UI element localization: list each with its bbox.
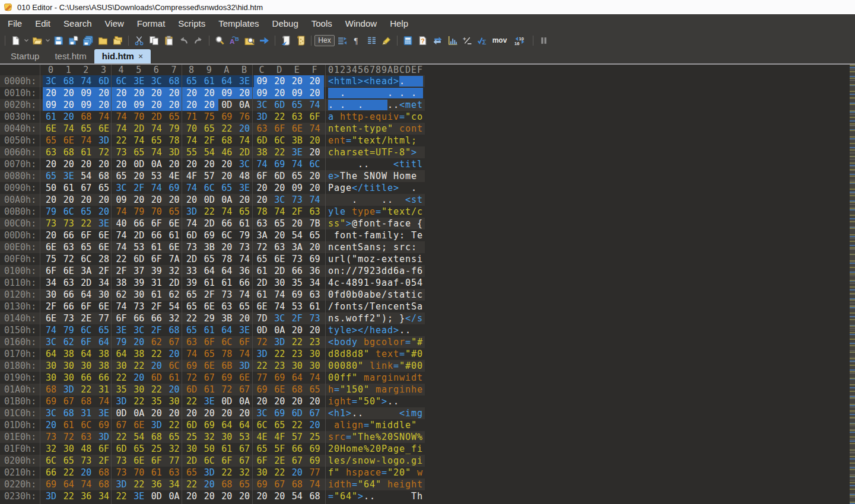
hex-byte[interactable]: 34 <box>306 277 324 289</box>
hex-byte[interactable]: 2E <box>78 312 96 324</box>
hex-byte[interactable]: 22 <box>148 384 166 395</box>
hex-byte[interactable]: 74 <box>183 218 201 229</box>
hex-byte[interactable]: 74 <box>236 253 254 265</box>
ascii-text[interactable]: 0fd0b0abe/static <box>328 289 423 301</box>
hex-byte[interactable]: 66 <box>148 229 166 241</box>
hex-byte[interactable]: 3C <box>113 182 131 194</box>
hex-byte[interactable]: 75 <box>43 253 61 265</box>
hex-byte[interactable]: 20 <box>78 158 96 170</box>
hex-byte[interactable]: 20 <box>236 490 254 502</box>
hex-byte[interactable]: 69 <box>183 360 201 372</box>
hex-byte[interactable]: 30 <box>61 372 78 384</box>
hex-byte[interactable]: 09 <box>113 194 131 206</box>
menu-item-edit[interactable]: Edit <box>28 16 57 31</box>
ascii-text[interactable]: <body bgcolor="# <box>328 336 423 348</box>
hex-byte[interactable]: 61 <box>201 324 219 336</box>
hex-byte[interactable]: 2E <box>271 455 289 467</box>
hex-byte[interactable]: 67 <box>236 384 254 395</box>
hex-byte[interactable]: 74 <box>43 324 61 336</box>
hex-byte[interactable]: 57 <box>289 431 307 443</box>
hex-byte[interactable]: 64 <box>78 289 96 301</box>
hex-byte[interactable]: 20 <box>183 194 201 206</box>
edit-as-button[interactable] <box>335 33 349 47</box>
hex-byte[interactable]: 78 <box>218 253 236 265</box>
menu-item-format[interactable]: Format <box>131 16 172 31</box>
hex-byte[interactable]: 79 <box>166 123 183 135</box>
hex-byte[interactable]: 61 <box>166 229 183 241</box>
hex-byte[interactable]: 74 <box>113 111 131 123</box>
hex-byte[interactable]: 68 <box>218 135 236 146</box>
hex-byte[interactable]: 09 <box>289 182 307 194</box>
hex-byte[interactable]: 30 <box>43 360 61 372</box>
hex-byte[interactable]: 65 <box>78 123 96 135</box>
ascii-text[interactable]: src="The%20SNOW% <box>328 431 423 443</box>
hex-byte[interactable]: 74 <box>218 206 236 218</box>
hex-byte[interactable]: 6D <box>113 443 131 455</box>
hex-byte[interactable]: 20 <box>113 158 131 170</box>
hex-byte[interactable]: 22 <box>113 372 131 384</box>
hex-byte[interactable]: 6F <box>306 111 324 123</box>
hex-byte[interactable]: 6D <box>271 170 289 182</box>
hex-byte[interactable]: 6F <box>201 336 219 348</box>
hex-byte[interactable]: 2F <box>96 455 113 467</box>
ascii-text[interactable]: f" hspace="20" w <box>328 467 423 479</box>
hex-byte[interactable]: 74 <box>236 348 254 360</box>
hex-byte[interactable]: 67 <box>271 479 289 490</box>
hex-byte[interactable]: 20 <box>306 241 324 253</box>
paste-button[interactable] <box>161 33 176 47</box>
hex-byte[interactable]: 20 <box>271 87 289 99</box>
hex-byte[interactable]: 20 <box>201 87 219 99</box>
save-button[interactable] <box>51 33 66 47</box>
hex-byte[interactable]: 20 <box>236 87 254 99</box>
ascii-text[interactable]: .. <titl <box>328 158 423 170</box>
hex-byte[interactable]: 72 <box>61 431 78 443</box>
hex-byte[interactable]: 73 <box>289 194 307 206</box>
hex-byte[interactable]: 2F <box>131 182 148 194</box>
run-template-button[interactable] <box>293 33 308 47</box>
hex-byte[interactable]: 30 <box>131 289 148 301</box>
hex-byte[interactable]: 66 <box>131 312 148 324</box>
hex-byte[interactable]: 22 <box>183 395 201 407</box>
ascii-text[interactable]: idth="64" height <box>328 479 423 490</box>
hex-byte[interactable]: 0D <box>201 194 219 206</box>
ascii-text[interactable]: . . . ..<met <box>328 99 423 111</box>
hex-byte[interactable]: 69 <box>271 407 289 419</box>
hex-byte[interactable]: 48 <box>236 170 254 182</box>
ascii-text[interactable]: <html><head>. <box>328 75 423 87</box>
run-script-button[interactable] <box>278 33 293 47</box>
hex-byte[interactable]: 2D <box>148 111 166 123</box>
hex-byte[interactable]: 20 <box>271 395 289 407</box>
hex-byte[interactable]: 20 <box>289 75 307 87</box>
hex-byte[interactable]: 67 <box>166 336 183 348</box>
hex-byte[interactable]: 70 <box>131 111 148 123</box>
hex-byte[interactable]: 5F <box>271 443 289 455</box>
hex-byte[interactable]: 65 <box>166 206 183 218</box>
hex-byte[interactable]: 6C <box>201 455 219 467</box>
hex-byte[interactable]: 63 <box>271 241 289 253</box>
hex-byte[interactable]: 6C <box>166 360 183 372</box>
hex-byte[interactable]: 23 <box>271 360 289 372</box>
hex-byte[interactable]: 65 <box>183 301 201 312</box>
goto-button[interactable] <box>257 33 272 47</box>
hex-byte[interactable]: 65 <box>61 455 78 467</box>
hex-byte[interactable]: 22 <box>61 490 78 502</box>
hex-byte[interactable]: 20 <box>306 87 324 99</box>
hex-byte[interactable]: 2D <box>271 265 289 277</box>
hex-byte[interactable]: 20 <box>218 490 236 502</box>
hex-byte[interactable]: 74 <box>148 182 166 194</box>
hex-byte[interactable]: 22 <box>113 253 131 265</box>
hex-byte[interactable]: 65 <box>254 443 272 455</box>
hex-byte[interactable]: 65 <box>201 123 219 135</box>
save-all-button[interactable] <box>81 33 96 47</box>
hex-byte[interactable]: 65 <box>166 111 183 123</box>
hex-byte[interactable]: 20 <box>306 395 324 407</box>
hex-byte[interactable]: 20 <box>61 99 78 111</box>
hex-byte[interactable]: 74 <box>78 135 96 146</box>
hex-byte[interactable]: 64 <box>43 348 61 360</box>
hex-byte[interactable]: 65 <box>236 206 254 218</box>
hex-byte[interactable]: 6E <box>96 241 113 253</box>
hex-byte[interactable]: 6B <box>218 360 236 372</box>
hex-byte[interactable]: 6E <box>201 360 219 372</box>
ascii-text[interactable]: ntent-type" cont <box>328 123 423 135</box>
hex-byte[interactable]: 3D <box>254 348 272 360</box>
